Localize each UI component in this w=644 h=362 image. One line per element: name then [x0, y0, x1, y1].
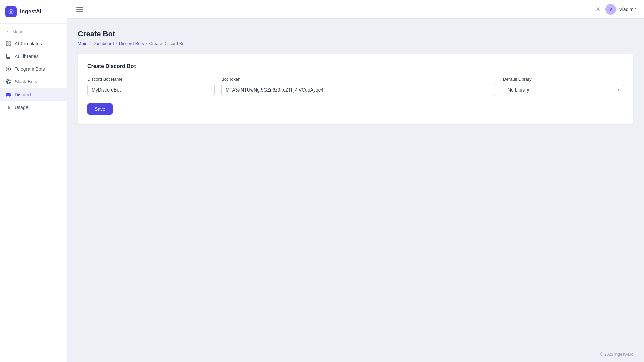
default-library-select[interactable]: No Library [503, 84, 624, 96]
logo-area[interactable]: ingestAI [0, 0, 67, 24]
svg-point-8 [8, 68, 9, 70]
breadcrumb-main[interactable]: Main [78, 41, 87, 46]
svg-rect-6 [9, 44, 10, 46]
sidebar-item-ai-templates-label: AI Templates [15, 41, 42, 46]
form-row: Discord Bot Name Bot Token Default Libra… [87, 77, 624, 96]
breadcrumb-sep-1: / [89, 41, 91, 46]
copyright-text: © 2023 ingestAI.io [600, 352, 633, 357]
sidebar-item-discord[interactable]: Discord [0, 88, 67, 101]
grid-icon [5, 41, 11, 47]
bot-name-input[interactable] [87, 84, 215, 96]
bot-token-input[interactable] [221, 84, 496, 96]
save-button[interactable]: Save [87, 103, 113, 115]
form-card-title: Create Discord Bot [87, 63, 624, 69]
svg-point-7 [6, 67, 10, 71]
sidebar-item-telegram-bots-label: Telegram Bots [15, 66, 45, 72]
breadcrumb-sep-2: / [116, 41, 117, 46]
main-content: ☀ V Vladimir Create Bot Main / Dashboard… [67, 0, 644, 362]
theme-toggle-button[interactable]: ☀ [595, 6, 601, 13]
sidebar-item-telegram-bots[interactable]: Telegram Bots [0, 63, 67, 75]
avatar-initials: V [609, 7, 612, 12]
sidebar: ingestAI ··· Menu AI Templates AI Librar… [0, 0, 67, 362]
logo-text: ingestAI [20, 9, 41, 15]
book-icon [5, 53, 11, 59]
select-wrapper: No Library ▼ [503, 84, 624, 96]
sidebar-item-ai-templates[interactable]: AI Templates [0, 37, 67, 50]
telegram-icon [5, 66, 11, 72]
sidebar-item-slack-bots-label: Slack Bots [15, 79, 37, 84]
bot-name-label: Discord Bot Name [87, 77, 215, 82]
sidebar-item-ai-libraries-label: AI Libraries [15, 54, 39, 59]
footer: © 2023 ingestAI.io [67, 347, 644, 362]
slack-icon [5, 79, 11, 85]
form-card: Create Discord Bot Discord Bot Name Bot … [78, 54, 633, 124]
sidebar-item-usage-label: Usage [15, 105, 28, 110]
svg-point-1 [10, 11, 12, 13]
header-right: ☀ V Vladimir [595, 4, 636, 15]
bar-chart-icon [5, 104, 11, 110]
page-title: Create Bot [78, 29, 633, 38]
discord-icon [5, 92, 11, 98]
dots-icon: ··· [5, 28, 10, 35]
sidebar-item-usage[interactable]: Usage [0, 101, 67, 114]
header: ☀ V Vladimir [67, 0, 644, 19]
default-library-label: Default Library [503, 77, 624, 82]
breadcrumb-dashboard[interactable]: Dashboard [93, 41, 114, 46]
sidebar-item-ai-libraries[interactable]: AI Libraries [0, 50, 67, 63]
user-area[interactable]: V Vladimir [605, 4, 636, 15]
bot-token-label: Bot Token [221, 77, 496, 82]
sidebar-item-discord-label: Discord [15, 92, 31, 97]
breadcrumb-current: Create Discord Bot [149, 41, 186, 46]
menu-label: ··· Menu [0, 24, 67, 37]
avatar: V [605, 4, 616, 15]
breadcrumb-discord-bots[interactable]: Discord Bots [119, 41, 144, 46]
bot-name-field: Discord Bot Name [87, 77, 215, 96]
user-name: Vladimir [619, 7, 636, 12]
sidebar-item-slack-bots[interactable]: Slack Bots [0, 75, 67, 88]
bot-token-field: Bot Token [221, 77, 496, 96]
svg-rect-3 [6, 42, 8, 43]
breadcrumb: Main / Dashboard / Discord Bots / Create… [78, 41, 633, 46]
content-area: Create Bot Main / Dashboard / Discord Bo… [67, 19, 644, 347]
default-library-field: Default Library No Library ▼ [503, 77, 624, 96]
svg-point-2 [10, 9, 11, 10]
svg-rect-4 [9, 42, 10, 43]
logo-icon [5, 6, 17, 17]
breadcrumb-sep-3: / [146, 41, 147, 46]
hamburger-button[interactable] [75, 6, 85, 13]
sun-icon: ☀ [595, 6, 601, 13]
svg-rect-5 [6, 44, 8, 46]
